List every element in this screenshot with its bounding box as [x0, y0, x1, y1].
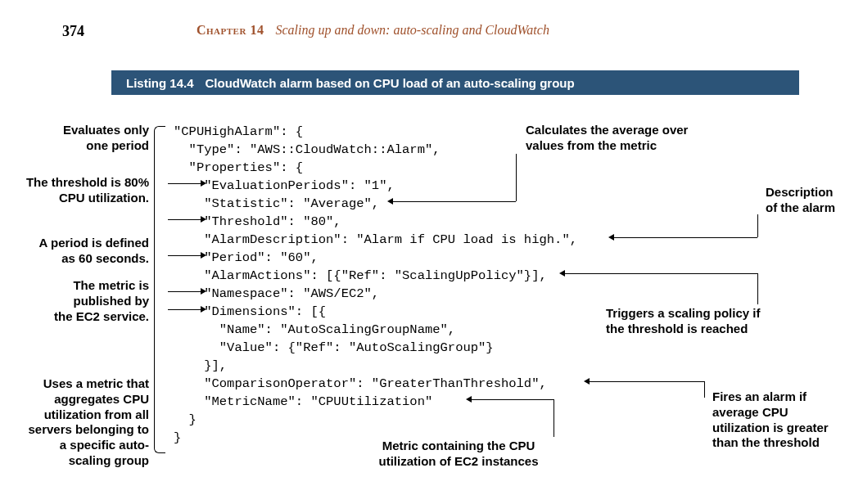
connector: [168, 291, 201, 292]
arrow-left-icon: [559, 270, 565, 277]
annotation-comparison: Fires an alarm ifaverage CPUutilization …: [712, 389, 852, 451]
arrow-right-icon: [201, 252, 206, 259]
chapter-header: Chapter 14 Scaling up and down: auto-sca…: [197, 23, 549, 38]
annotation-eval-periods: Evaluates onlyone period: [20, 123, 149, 154]
annotation-namespace: The metric ispublished bythe EC2 service…: [29, 278, 149, 324]
annotation-period: A period is definedas 60 seconds.: [13, 236, 149, 267]
chapter-title: Scaling up and down: auto-scaling and Cl…: [275, 23, 549, 37]
arrow-right-icon: [201, 216, 206, 223]
listing-header: Listing 14.4 CloudWatch alarm based on C…: [111, 70, 799, 95]
arrow-left-icon: [466, 396, 472, 403]
connector: [757, 273, 758, 304]
arrow-right-icon: [201, 180, 206, 187]
code-line: "Type": "AWS::CloudWatch::Alarm",: [174, 142, 441, 157]
code-bracket: [154, 126, 165, 453]
connector: [168, 255, 201, 256]
listing-title: CloudWatch alarm based on CPU load of an…: [206, 76, 575, 90]
connector: [168, 309, 201, 310]
code-line: "Dimensions": [{: [174, 304, 326, 319]
page-number: 374: [62, 23, 84, 40]
code-line: "Value": {"Ref": "AutoScalingGroup"}: [174, 340, 494, 355]
connector: [565, 273, 757, 274]
annotation-statistic: Calculates the average overvalues from t…: [526, 123, 739, 154]
connector: [393, 201, 516, 202]
code-line: "MetricName": "CPUUtilization": [174, 394, 432, 409]
code-line: "Name": "AutoScalingGroupName",: [174, 322, 455, 337]
code-line: "Statistic": "Average",: [174, 196, 379, 211]
code-line: "Threshold": "80",: [174, 214, 341, 229]
annotation-actions: Triggers a scaling policy ifthe threshol…: [606, 306, 802, 337]
listing-label: Listing 14.4: [126, 76, 194, 90]
code-line: }: [174, 412, 197, 427]
connector: [704, 381, 705, 398]
code-line: }: [174, 430, 181, 445]
arrow-left-icon: [387, 198, 393, 205]
annotation-description: Descriptionof the alarm: [766, 185, 847, 216]
connector: [516, 154, 517, 201]
code-line: "AlarmActions": [{"Ref": "ScalingUpPolic…: [174, 268, 547, 283]
code-line: "Period": "60",: [174, 250, 319, 265]
arrow-left-icon: [584, 378, 590, 385]
code-line: "EvaluationPeriods": "1",: [174, 178, 395, 193]
connector: [614, 237, 757, 238]
arrow-right-icon: [201, 288, 206, 295]
connector: [168, 183, 201, 184]
code-line: "ComparisonOperator": "GreaterThanThresh…: [174, 376, 547, 391]
connector: [590, 381, 704, 382]
annotation-dimensions: Uses a metric thataggregates CPUutilizat…: [16, 376, 149, 469]
chapter-label: Chapter 14: [197, 23, 264, 37]
code-line: }],: [174, 358, 227, 373]
connector: [168, 219, 201, 220]
arrow-left-icon: [608, 234, 614, 241]
annotation-threshold: The threshold is 80%CPU utilization.: [8, 175, 149, 206]
code-line: "AlarmDescription": "Alarm if CPU load i…: [174, 232, 577, 247]
arrow-right-icon: [201, 306, 206, 313]
annotation-metric-name: Metric containing the CPUutilization of …: [344, 439, 573, 470]
connector: [554, 399, 554, 437]
code-line: "Properties": {: [174, 160, 303, 175]
connector: [472, 399, 554, 400]
connector: [757, 214, 758, 237]
code-line: "CPUHighAlarm": {: [174, 124, 303, 139]
